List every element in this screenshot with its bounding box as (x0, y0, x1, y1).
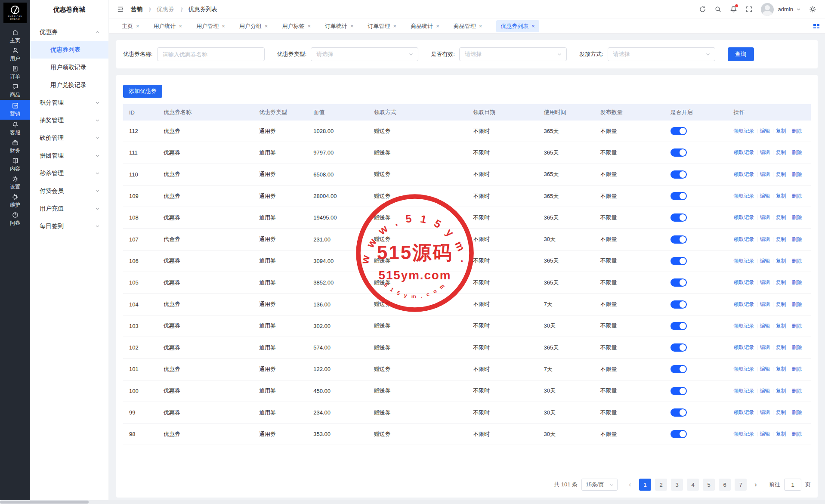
receive-record-link[interactable]: 领取记录 (734, 279, 754, 286)
receive-record-link[interactable]: 领取记录 (734, 387, 754, 395)
rail-item-service[interactable]: 客服 (0, 120, 30, 138)
edit-link[interactable]: 编辑 (760, 409, 770, 416)
search-button[interactable]: 查询 (728, 47, 754, 61)
delete-link[interactable]: 删除 (792, 192, 802, 200)
delete-link[interactable]: 删除 (792, 344, 802, 351)
sidebar-item-user-redeem-records[interactable]: 用户兑换记录 (30, 76, 108, 94)
delete-link[interactable]: 删除 (792, 149, 802, 156)
coupon-name-input[interactable] (157, 47, 265, 61)
goto-page-input[interactable] (784, 479, 801, 491)
rail-item-home[interactable]: 主页 (0, 28, 30, 46)
close-icon[interactable]: × (393, 23, 397, 29)
search-icon[interactable] (714, 6, 722, 13)
edit-link[interactable]: 编辑 (760, 257, 770, 265)
tab-goods-mgmt[interactable]: 商品管理× (454, 22, 482, 30)
tab-user-tags[interactable]: 用户标签× (282, 22, 311, 30)
validity-select[interactable]: 请选择 (459, 47, 567, 61)
edit-link[interactable]: 编辑 (760, 192, 770, 200)
layout-grid-icon[interactable] (813, 23, 820, 30)
copy-link[interactable]: 复制 (776, 279, 786, 286)
enabled-toggle[interactable] (671, 278, 687, 287)
delete-link[interactable]: 删除 (792, 236, 802, 243)
enabled-toggle[interactable] (671, 257, 687, 265)
receive-record-link[interactable]: 领取记录 (734, 344, 754, 351)
receive-record-link[interactable]: 领取记录 (734, 149, 754, 156)
sidebar-group-coupon[interactable]: 优惠券 (30, 23, 108, 41)
enabled-toggle[interactable] (671, 192, 687, 200)
breadcrumb-marketing[interactable]: 营销 (131, 6, 142, 13)
delete-link[interactable]: 删除 (792, 322, 802, 330)
close-icon[interactable]: × (307, 23, 311, 29)
delete-link[interactable]: 删除 (792, 365, 802, 373)
receive-record-link[interactable]: 领取记录 (734, 430, 754, 438)
enabled-toggle[interactable] (671, 408, 687, 417)
tab-goods-stats[interactable]: 商品统计× (411, 22, 439, 30)
enabled-toggle[interactable] (671, 148, 687, 157)
page-button-7[interactable]: 7 (735, 479, 747, 491)
receive-record-link[interactable]: 领取记录 (734, 301, 754, 308)
sidebar-group-bargain[interactable]: 砍价管理 (30, 129, 108, 147)
sidebar-group-points[interactable]: 积分管理 (30, 94, 108, 111)
close-icon[interactable]: × (265, 23, 268, 29)
close-icon[interactable]: × (479, 23, 482, 29)
avatar[interactable] (761, 3, 774, 16)
delete-link[interactable]: 删除 (792, 279, 802, 286)
page-button-4[interactable]: 4 (687, 479, 699, 491)
copy-link[interactable]: 复制 (776, 387, 786, 395)
copy-link[interactable]: 复制 (776, 149, 786, 156)
receive-record-link[interactable]: 领取记录 (734, 214, 754, 221)
copy-link[interactable]: 复制 (776, 192, 786, 200)
sidebar-group-flashsale[interactable]: 秒杀管理 (30, 164, 108, 182)
receive-record-link[interactable]: 领取记录 (734, 127, 754, 135)
copy-link[interactable]: 复制 (776, 301, 786, 308)
page-size-select[interactable]: 15条/页 (581, 479, 618, 491)
receive-record-link[interactable]: 领取记录 (734, 365, 754, 373)
edit-link[interactable]: 编辑 (760, 127, 770, 135)
page-button-3[interactable]: 3 (671, 479, 683, 491)
delete-link[interactable]: 删除 (792, 127, 802, 135)
copy-link[interactable]: 复制 (776, 322, 786, 330)
sidebar-group-groupbuy[interactable]: 拼团管理 (30, 147, 108, 164)
username[interactable]: admin (778, 6, 793, 12)
issue-method-select[interactable]: 请选择 (608, 47, 715, 61)
edit-link[interactable]: 编辑 (760, 214, 770, 221)
copy-link[interactable]: 复制 (776, 344, 786, 351)
edit-link[interactable]: 编辑 (760, 236, 770, 243)
scrollbar-thumb[interactable] (0, 501, 89, 504)
delete-link[interactable]: 删除 (792, 409, 802, 416)
edit-link[interactable]: 编辑 (760, 149, 770, 156)
sidebar-group-lottery[interactable]: 抽奖管理 (30, 111, 108, 129)
delete-link[interactable]: 删除 (792, 430, 802, 438)
copy-link[interactable]: 复制 (776, 171, 786, 178)
enabled-toggle[interactable] (671, 213, 687, 222)
delete-link[interactable]: 删除 (792, 214, 802, 221)
prev-page-arrow[interactable]: ‹ (625, 481, 635, 489)
enabled-toggle[interactable] (671, 127, 687, 135)
close-icon[interactable]: × (179, 23, 182, 29)
receive-record-link[interactable]: 领取记录 (734, 322, 754, 330)
edit-link[interactable]: 编辑 (760, 365, 770, 373)
close-icon[interactable]: × (136, 23, 139, 29)
receive-record-link[interactable]: 领取记录 (734, 409, 754, 416)
horizontal-scrollbar[interactable] (0, 500, 825, 504)
enabled-toggle[interactable] (671, 170, 687, 179)
enabled-toggle[interactable] (671, 387, 687, 395)
add-coupon-button[interactable]: 添加优惠券 (123, 85, 162, 98)
edit-link[interactable]: 编辑 (760, 344, 770, 351)
copy-link[interactable]: 复制 (776, 236, 786, 243)
tab-coupon-list[interactable]: 优惠券列表× (496, 20, 539, 32)
enabled-toggle[interactable] (671, 365, 687, 373)
delete-link[interactable]: 删除 (792, 257, 802, 265)
tab-user-stats[interactable]: 用户统计× (154, 22, 182, 30)
page-button-5[interactable]: 5 (703, 479, 715, 491)
gear-icon[interactable] (809, 6, 816, 13)
rail-item-survey[interactable]: 问卷 (0, 210, 30, 228)
rail-item-finance[interactable]: 财务 (0, 138, 30, 156)
edit-link[interactable]: 编辑 (760, 322, 770, 330)
enabled-toggle[interactable] (671, 235, 687, 244)
rail-item-content[interactable]: 内容 (0, 156, 30, 174)
sidebar-group-recharge[interactable]: 用户充值 (30, 200, 108, 217)
copy-link[interactable]: 复制 (776, 365, 786, 373)
page-button-2[interactable]: 2 (655, 479, 667, 491)
edit-link[interactable]: 编辑 (760, 171, 770, 178)
